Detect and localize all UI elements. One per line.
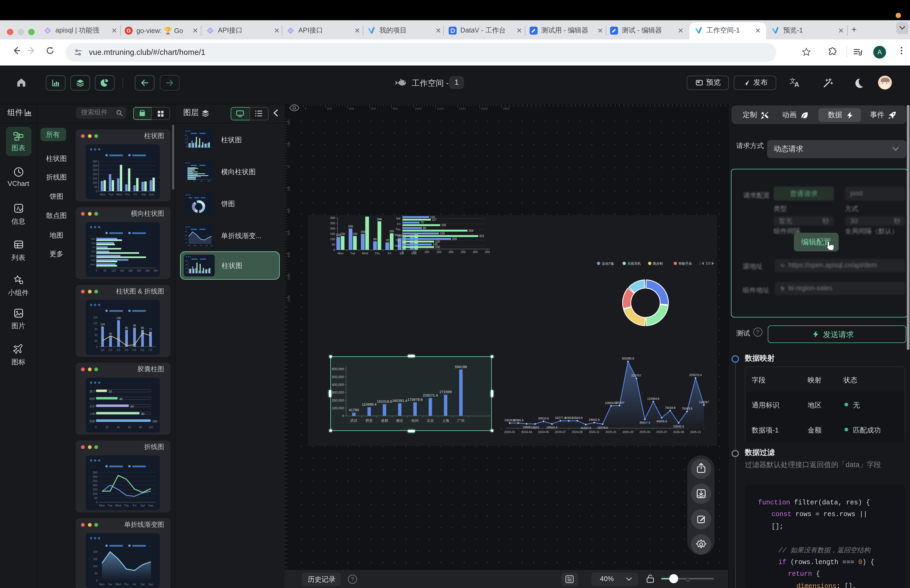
svg-text:46656.6: 46656.6 — [656, 420, 667, 423]
svg-text:2024-05: 2024-05 — [538, 430, 549, 433]
svg-text:155: 155 — [441, 223, 446, 226]
svg-text:50: 50 — [332, 242, 335, 246]
svg-text:271599: 271599 — [440, 390, 451, 394]
svg-text:223757: 223757 — [631, 374, 641, 377]
svg-text:150: 150 — [93, 177, 97, 180]
svg-text:1400: 1400 — [459, 107, 466, 110]
svg-text:350: 350 — [485, 250, 490, 253]
svg-text:119364.8: 119364.8 — [647, 397, 659, 400]
svg-text:151018.6: 151018.6 — [377, 399, 392, 404]
svg-text:24932.8: 24932.8 — [589, 418, 600, 421]
svg-text:Fri: Fri — [134, 193, 137, 196]
svg-text:Mon: Mon — [394, 244, 400, 247]
svg-text:130: 130 — [352, 232, 357, 235]
svg-text:200: 200 — [93, 173, 97, 176]
svg-text:56: 56 — [109, 332, 112, 335]
svg-text:250: 250 — [184, 138, 187, 140]
svg-text:Fri: Fri — [200, 245, 202, 246]
svg-text:50: 50 — [186, 146, 187, 147]
svg-text:200: 200 — [128, 269, 133, 272]
svg-text:0: 0 — [342, 414, 344, 418]
svg-text:北京: 北京 — [427, 418, 434, 423]
svg-text:Wed: Wed — [394, 233, 400, 236]
svg-text:30: 30 — [95, 339, 98, 342]
svg-text:600,000: 600,000 — [332, 367, 344, 371]
svg-text:33277.4: 33277.4 — [555, 416, 566, 419]
svg-text:2025-03: 2025-03 — [622, 430, 634, 433]
svg-text:0: 0 — [96, 501, 97, 504]
svg-text:50: 50 — [103, 269, 107, 272]
svg-text:79018.8: 79018.8 — [665, 406, 675, 409]
svg-text:100: 100 — [93, 181, 97, 184]
svg-text:Thu: Thu — [395, 228, 400, 231]
svg-text:0: 0 — [95, 269, 97, 272]
svg-text:10: 10 — [133, 341, 136, 344]
svg-text:268: 268 — [377, 217, 382, 221]
svg-text:Mon: Mon — [99, 583, 104, 586]
svg-text:无线耳机: 无线耳机 — [627, 262, 641, 265]
svg-text:Fri: Fri — [388, 251, 391, 255]
svg-text:250: 250 — [330, 221, 335, 225]
svg-text:100: 100 — [93, 565, 97, 568]
svg-text:39917.4: 39917.4 — [639, 421, 650, 424]
svg-text:104: 104 — [100, 323, 105, 326]
svg-text:22965.6: 22965.6 — [513, 418, 524, 422]
svg-text:30: 30 — [101, 338, 104, 340]
svg-text:厦门: 厦门 — [89, 390, 95, 393]
svg-text:运动T恤: 运动T恤 — [602, 262, 614, 265]
svg-text:Wed: Wed — [90, 254, 95, 257]
svg-text:6: 6 — [126, 342, 127, 345]
svg-text:20: 20 — [109, 390, 112, 393]
svg-text:Sat: Sat — [141, 504, 145, 507]
svg-text:86: 86 — [125, 326, 128, 330]
svg-text:100: 100 — [184, 238, 187, 240]
svg-text:150: 150 — [120, 269, 124, 272]
svg-text:50: 50 — [413, 250, 416, 253]
svg-text:136: 136 — [116, 317, 121, 320]
svg-text:0: 0 — [95, 426, 97, 429]
svg-text:100,000: 100,000 — [332, 406, 344, 410]
svg-text:0: 0 — [402, 250, 403, 253]
svg-text:300: 300 — [330, 216, 335, 219]
svg-text:50: 50 — [94, 185, 97, 189]
svg-text:40: 40 — [120, 397, 123, 401]
svg-text:0: 0 — [287, 166, 290, 168]
svg-text:80: 80 — [373, 237, 377, 241]
svg-text:新疆: 新疆 — [89, 420, 95, 423]
svg-text:2024-03: 2024-03 — [521, 430, 532, 433]
svg-text:312: 312 — [479, 234, 484, 237]
svg-text:Wed: Wed — [362, 251, 368, 255]
svg-text:150: 150 — [93, 557, 97, 561]
svg-text:1/2: 1/2 — [706, 261, 711, 265]
svg-text:60: 60 — [131, 405, 134, 408]
svg-text:Fri: Fri — [133, 504, 136, 507]
svg-text:2024-07: 2024-07 — [555, 430, 566, 433]
svg-text:Fri: Fri — [133, 583, 136, 586]
svg-text:350: 350 — [184, 134, 187, 136]
svg-text:西安: 西安 — [366, 418, 373, 423]
svg-text:250: 250 — [137, 269, 141, 272]
svg-text:200: 200 — [327, 107, 332, 110]
svg-text:100: 100 — [93, 492, 97, 495]
svg-text:100: 100 — [112, 269, 116, 272]
svg-text:Tue: Tue — [91, 258, 95, 262]
svg-text:跑步鞋: 跑步鞋 — [653, 262, 663, 265]
svg-text:200,000: 200,000 — [332, 399, 344, 402]
svg-text:Sun: Sun — [149, 583, 153, 586]
svg-text:300,000: 300,000 — [332, 391, 344, 394]
svg-text:60: 60 — [95, 334, 98, 337]
svg-text:200: 200 — [452, 237, 457, 240]
svg-text:155: 155 — [389, 229, 394, 233]
svg-text:Sat: Sat — [206, 245, 208, 246]
svg-text:41799: 41799 — [349, 408, 359, 412]
svg-text:50: 50 — [95, 572, 98, 575]
svg-text:268: 268 — [469, 229, 474, 232]
svg-text:2025-07: 2025-07 — [656, 430, 667, 433]
svg-text:Sun: Sun — [91, 237, 95, 240]
svg-text:-400: -400 — [287, 120, 290, 126]
svg-text:90: 90 — [95, 328, 98, 331]
svg-text:36: 36 — [117, 336, 120, 339]
svg-text:2024-09: 2024-09 — [572, 430, 583, 433]
svg-text:杭州: 杭州 — [412, 418, 419, 423]
svg-text:Mon: Mon — [90, 263, 95, 266]
